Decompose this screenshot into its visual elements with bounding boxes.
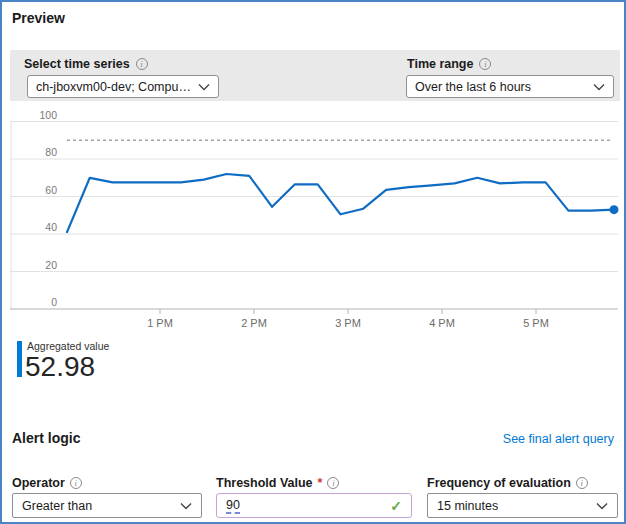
frequency-label: Frequency of evaluation i [427,476,588,490]
svg-text:0: 0 [51,296,57,308]
chevron-down-icon [596,502,608,510]
required-asterisk: * [318,476,323,490]
svg-text:40: 40 [45,221,57,233]
info-icon[interactable]: i [70,477,82,489]
see-final-alert-query-link[interactable]: See final alert query [503,432,614,446]
svg-text:1 PM: 1 PM [147,317,173,329]
info-icon[interactable]: i [576,477,588,489]
svg-text:20: 20 [45,259,57,271]
svg-text:5 PM: 5 PM [523,317,549,329]
svg-text:60: 60 [45,184,57,196]
svg-text:2 PM: 2 PM [241,317,267,329]
valid-check-icon: ✓ [390,498,402,514]
metric-line-chart: 1008060402001 PM2 PM3 PM4 PM5 PM [2,2,626,337]
aggregated-value: 52.98 [25,351,95,383]
info-icon[interactable]: i [327,477,339,489]
svg-text:80: 80 [45,146,57,158]
threshold-value-label: Threshold Value * i [216,476,339,490]
frequency-value: 15 minutes [437,499,498,513]
preview-panel: Preview Select time series i ch-jboxvm00… [0,0,626,524]
operator-dropdown[interactable]: Greater than [12,493,202,518]
frequency-dropdown[interactable]: 15 minutes [427,493,618,518]
operator-value: Greater than [22,499,92,513]
series-color-bar [17,341,22,377]
svg-text:100: 100 [39,109,57,121]
chevron-down-icon [180,502,192,510]
alert-logic-title: Alert logic [12,430,80,446]
threshold-value-text: 90 [226,498,240,514]
svg-text:3 PM: 3 PM [335,317,361,329]
operator-label: Operator i [12,476,82,490]
svg-text:4 PM: 4 PM [429,317,455,329]
threshold-value-input[interactable]: 90 ✓ [216,493,412,518]
